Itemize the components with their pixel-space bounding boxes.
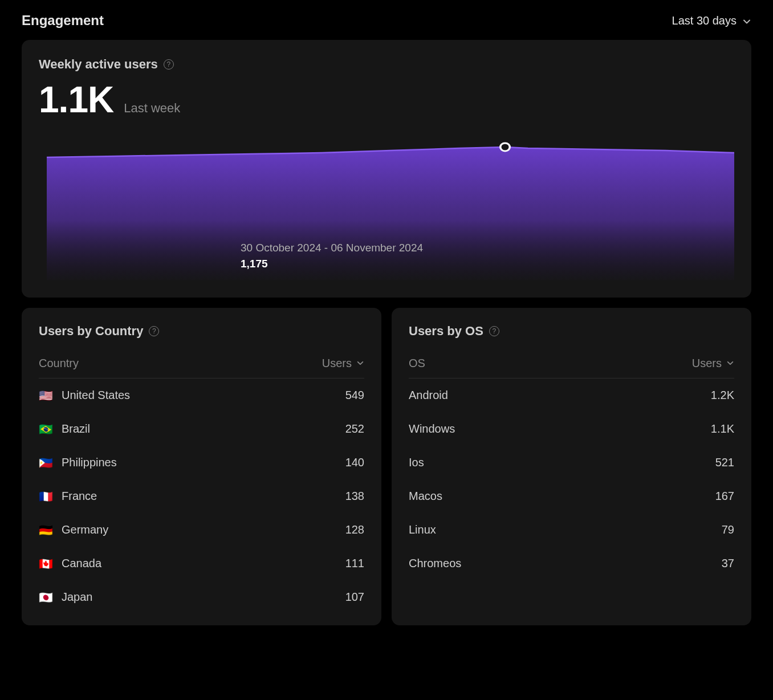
row-value: 549 bbox=[345, 389, 364, 402]
table-row[interactable]: 🇯🇵Japan107 bbox=[39, 580, 364, 614]
table-row[interactable]: 🇩🇪Germany128 bbox=[39, 513, 364, 547]
table-row[interactable]: 🇨🇦Canada111 bbox=[39, 547, 364, 580]
row-value: 1.2K bbox=[711, 389, 734, 402]
wau-chart[interactable]: 30 October 2024 - 06 November 2024 1,175 bbox=[47, 132, 734, 280]
table-row[interactable]: 🇺🇸United States549 bbox=[39, 379, 364, 412]
chevron-down-icon bbox=[742, 16, 751, 25]
row-label: United States bbox=[62, 389, 130, 402]
row-label: Macos bbox=[409, 490, 442, 503]
table-row[interactable]: Macos167 bbox=[409, 479, 734, 513]
flag-icon: 🇫🇷 bbox=[39, 491, 54, 502]
help-icon[interactable]: ? bbox=[149, 326, 159, 336]
flag-icon: 🇨🇦 bbox=[39, 558, 54, 569]
table-row[interactable]: 🇧🇷Brazil252 bbox=[39, 412, 364, 446]
flag-icon: 🇺🇸 bbox=[39, 390, 54, 401]
help-icon[interactable]: ? bbox=[489, 326, 499, 336]
row-value: 128 bbox=[345, 523, 364, 536]
period-label: Last 30 days bbox=[672, 14, 737, 27]
flag-icon: 🇯🇵 bbox=[39, 592, 54, 603]
row-label: Linux bbox=[409, 523, 436, 536]
table-row[interactable]: 🇫🇷France138 bbox=[39, 479, 364, 513]
svg-point-0 bbox=[501, 143, 510, 151]
row-label: France bbox=[62, 490, 97, 503]
table-row[interactable]: 🇵🇭Philippines140 bbox=[39, 446, 364, 479]
help-icon[interactable]: ? bbox=[164, 59, 174, 70]
row-label: Canada bbox=[62, 557, 101, 570]
row-value: 521 bbox=[715, 456, 734, 469]
row-value: 138 bbox=[345, 490, 364, 503]
section-title: Engagement bbox=[22, 13, 104, 29]
table-row[interactable]: Linux79 bbox=[409, 513, 734, 547]
flag-icon: 🇵🇭 bbox=[39, 457, 54, 469]
flag-icon: 🇩🇪 bbox=[39, 524, 54, 536]
row-value: 107 bbox=[345, 591, 364, 604]
table-row[interactable]: Android1.2K bbox=[409, 379, 734, 412]
row-label: Japan bbox=[62, 591, 93, 604]
users-col-header[interactable]: Users bbox=[692, 357, 734, 370]
wau-sub: Last week bbox=[124, 101, 180, 116]
row-label: Android bbox=[409, 389, 448, 402]
by-country-card: Users by Country ? Country Users 🇺🇸Unite… bbox=[22, 308, 381, 625]
row-value: 111 bbox=[345, 557, 364, 570]
wau-value: 1.1K bbox=[39, 79, 113, 121]
row-value: 79 bbox=[722, 523, 734, 536]
country-col-header: Country bbox=[39, 357, 79, 370]
row-value: 167 bbox=[715, 490, 734, 503]
row-label: Germany bbox=[62, 523, 108, 536]
chevron-down-icon bbox=[726, 357, 734, 370]
wau-title: Weekly active users bbox=[39, 57, 158, 72]
by-os-card: Users by OS ? OS Users Android1.2KWindow… bbox=[392, 308, 751, 625]
row-label: Chromeos bbox=[409, 557, 461, 570]
os-col-header: OS bbox=[409, 357, 425, 370]
row-value: 140 bbox=[345, 456, 364, 469]
wau-card: Weekly active users ? 1.1K Last week bbox=[22, 40, 751, 298]
users-col-label: Users bbox=[322, 357, 352, 370]
users-col-label: Users bbox=[692, 357, 722, 370]
row-value: 252 bbox=[345, 422, 364, 436]
row-value: 37 bbox=[722, 557, 734, 570]
by-os-title: Users by OS bbox=[409, 324, 483, 339]
by-country-title: Users by Country bbox=[39, 324, 143, 339]
table-row[interactable]: Chromeos37 bbox=[409, 547, 734, 580]
row-label: Philippines bbox=[62, 456, 117, 469]
table-row[interactable]: Ios521 bbox=[409, 446, 734, 479]
chevron-down-icon bbox=[356, 357, 364, 370]
users-col-header[interactable]: Users bbox=[322, 357, 364, 370]
row-label: Windows bbox=[409, 422, 455, 436]
table-row[interactable]: Windows1.1K bbox=[409, 412, 734, 446]
period-select[interactable]: Last 30 days bbox=[672, 14, 751, 27]
flag-icon: 🇧🇷 bbox=[39, 424, 54, 435]
row-label: Brazil bbox=[62, 422, 90, 436]
row-label: Ios bbox=[409, 456, 424, 469]
row-value: 1.1K bbox=[711, 422, 734, 436]
